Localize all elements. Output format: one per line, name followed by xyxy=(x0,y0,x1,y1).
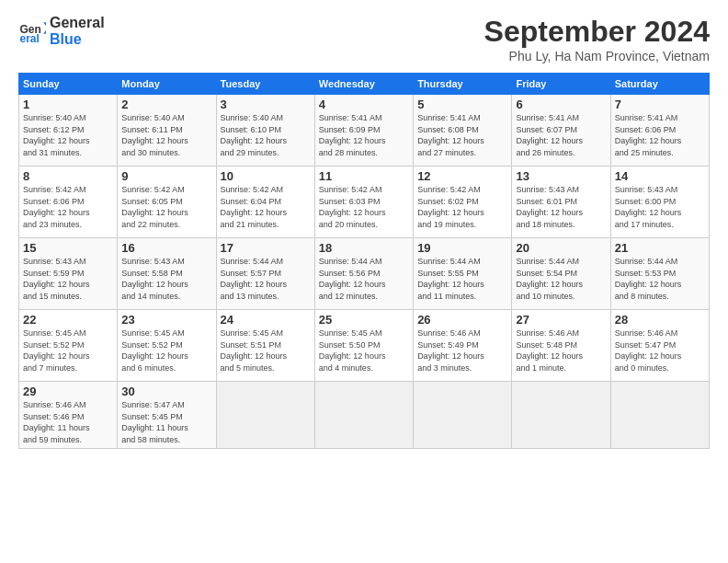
day-number: 29 xyxy=(23,385,113,398)
calendar-table: SundayMondayTuesdayWednesdayThursdayFrid… xyxy=(18,73,710,449)
calendar-cell xyxy=(610,382,709,449)
calendar-cell xyxy=(314,382,413,449)
calendar-cell: 10Sunrise: 5:42 AM Sunset: 6:04 PM Dayli… xyxy=(216,167,314,238)
svg-marker-2 xyxy=(43,22,46,34)
day-number: 5 xyxy=(417,98,507,111)
day-number: 15 xyxy=(23,241,113,255)
page-header: Gen eral General Blue September 2024 Phu… xyxy=(18,15,710,63)
calendar-cell: 20Sunrise: 5:44 AM Sunset: 5:54 PM Dayli… xyxy=(512,238,610,310)
calendar-header-row: SundayMondayTuesdayWednesdayThursdayFrid… xyxy=(19,74,710,95)
day-info: Sunrise: 5:43 AM Sunset: 5:58 PM Dayligh… xyxy=(121,256,211,302)
day-number: 27 xyxy=(516,313,606,327)
calendar-cell: 6Sunrise: 5:41 AM Sunset: 6:07 PM Daylig… xyxy=(512,95,610,167)
day-info: Sunrise: 5:45 AM Sunset: 5:52 PM Dayligh… xyxy=(121,327,211,373)
calendar-cell: 23Sunrise: 5:45 AM Sunset: 5:52 PM Dayli… xyxy=(118,310,216,382)
col-header-monday: Monday xyxy=(118,74,216,95)
svg-text:eral: eral xyxy=(20,32,40,45)
day-number: 25 xyxy=(319,313,409,327)
col-header-wednesday: Wednesday xyxy=(314,74,413,95)
day-number: 6 xyxy=(516,98,606,111)
calendar-cell: 22Sunrise: 5:45 AM Sunset: 5:52 PM Dayli… xyxy=(19,310,118,382)
day-number: 13 xyxy=(516,169,606,183)
day-number: 28 xyxy=(615,313,705,327)
calendar-cell: 27Sunrise: 5:46 AM Sunset: 5:48 PM Dayli… xyxy=(512,310,610,382)
calendar-week-row: 22Sunrise: 5:45 AM Sunset: 5:52 PM Dayli… xyxy=(19,310,710,382)
day-number: 14 xyxy=(615,169,705,183)
day-number: 9 xyxy=(121,169,211,183)
day-number: 8 xyxy=(23,169,113,183)
day-info: Sunrise: 5:47 AM Sunset: 5:45 PM Dayligh… xyxy=(121,399,211,445)
calendar-cell: 1Sunrise: 5:40 AM Sunset: 6:12 PM Daylig… xyxy=(19,95,118,167)
day-info: Sunrise: 5:44 AM Sunset: 5:53 PM Dayligh… xyxy=(615,256,705,302)
calendar-cell: 24Sunrise: 5:45 AM Sunset: 5:51 PM Dayli… xyxy=(216,310,314,382)
calendar-cell: 9Sunrise: 5:42 AM Sunset: 6:05 PM Daylig… xyxy=(118,167,216,238)
calendar-cell xyxy=(216,382,314,449)
day-info: Sunrise: 5:46 AM Sunset: 5:47 PM Dayligh… xyxy=(615,327,705,373)
logo: Gen eral General Blue xyxy=(18,15,105,47)
calendar-cell: 16Sunrise: 5:43 AM Sunset: 5:58 PM Dayli… xyxy=(118,238,216,310)
calendar-week-row: 15Sunrise: 5:43 AM Sunset: 5:59 PM Dayli… xyxy=(19,238,710,310)
day-info: Sunrise: 5:46 AM Sunset: 5:48 PM Dayligh… xyxy=(516,327,606,373)
day-info: Sunrise: 5:42 AM Sunset: 6:06 PM Dayligh… xyxy=(23,184,113,230)
calendar-cell xyxy=(512,382,610,449)
calendar-cell: 8Sunrise: 5:42 AM Sunset: 6:06 PM Daylig… xyxy=(19,167,118,238)
calendar-cell: 17Sunrise: 5:44 AM Sunset: 5:57 PM Dayli… xyxy=(216,238,314,310)
calendar-week-row: 1Sunrise: 5:40 AM Sunset: 6:12 PM Daylig… xyxy=(19,95,710,167)
calendar-cell: 26Sunrise: 5:46 AM Sunset: 5:49 PM Dayli… xyxy=(414,310,512,382)
col-header-tuesday: Tuesday xyxy=(216,74,314,95)
calendar-cell: 30Sunrise: 5:47 AM Sunset: 5:45 PM Dayli… xyxy=(118,382,216,449)
day-info: Sunrise: 5:43 AM Sunset: 5:59 PM Dayligh… xyxy=(23,256,113,302)
day-number: 2 xyxy=(121,98,211,111)
calendar-cell: 12Sunrise: 5:42 AM Sunset: 6:02 PM Dayli… xyxy=(414,167,512,238)
day-number: 17 xyxy=(221,241,311,255)
day-info: Sunrise: 5:45 AM Sunset: 5:51 PM Dayligh… xyxy=(221,327,311,373)
calendar-cell: 29Sunrise: 5:46 AM Sunset: 5:46 PM Dayli… xyxy=(19,382,118,449)
calendar-week-row: 8Sunrise: 5:42 AM Sunset: 6:06 PM Daylig… xyxy=(19,167,710,238)
calendar-cell: 28Sunrise: 5:46 AM Sunset: 5:47 PM Dayli… xyxy=(610,310,709,382)
title-block: September 2024 Phu Ly, Ha Nam Province, … xyxy=(484,15,710,63)
col-header-friday: Friday xyxy=(512,74,610,95)
day-info: Sunrise: 5:41 AM Sunset: 6:08 PM Dayligh… xyxy=(417,112,507,158)
calendar-cell xyxy=(414,382,512,449)
calendar-cell: 7Sunrise: 5:41 AM Sunset: 6:06 PM Daylig… xyxy=(610,95,709,167)
col-header-saturday: Saturday xyxy=(610,74,709,95)
day-info: Sunrise: 5:43 AM Sunset: 6:00 PM Dayligh… xyxy=(615,184,705,230)
day-info: Sunrise: 5:41 AM Sunset: 6:06 PM Dayligh… xyxy=(615,112,705,158)
calendar-cell: 18Sunrise: 5:44 AM Sunset: 5:56 PM Dayli… xyxy=(314,238,413,310)
day-number: 26 xyxy=(417,313,507,327)
logo-text-line2: Blue xyxy=(50,31,105,48)
calendar-cell: 25Sunrise: 5:45 AM Sunset: 5:50 PM Dayli… xyxy=(314,310,413,382)
day-number: 23 xyxy=(121,313,211,327)
logo-icon: Gen eral xyxy=(18,17,46,45)
calendar-cell: 2Sunrise: 5:40 AM Sunset: 6:11 PM Daylig… xyxy=(118,95,216,167)
calendar-cell: 13Sunrise: 5:43 AM Sunset: 6:01 PM Dayli… xyxy=(512,167,610,238)
day-info: Sunrise: 5:45 AM Sunset: 5:50 PM Dayligh… xyxy=(319,327,409,373)
day-info: Sunrise: 5:42 AM Sunset: 6:05 PM Dayligh… xyxy=(121,184,211,230)
col-header-thursday: Thursday xyxy=(414,74,512,95)
calendar-week-row: 29Sunrise: 5:46 AM Sunset: 5:46 PM Dayli… xyxy=(19,382,710,449)
day-info: Sunrise: 5:45 AM Sunset: 5:52 PM Dayligh… xyxy=(23,327,113,373)
day-info: Sunrise: 5:40 AM Sunset: 6:11 PM Dayligh… xyxy=(121,112,211,158)
calendar-cell: 5Sunrise: 5:41 AM Sunset: 6:08 PM Daylig… xyxy=(414,95,512,167)
day-number: 18 xyxy=(319,241,409,255)
day-info: Sunrise: 5:42 AM Sunset: 6:04 PM Dayligh… xyxy=(221,184,311,230)
day-number: 22 xyxy=(23,313,113,327)
day-info: Sunrise: 5:44 AM Sunset: 5:57 PM Dayligh… xyxy=(221,256,311,302)
day-number: 12 xyxy=(417,169,507,183)
day-number: 4 xyxy=(319,98,409,111)
logo-text-line1: General xyxy=(50,15,105,31)
day-info: Sunrise: 5:44 AM Sunset: 5:56 PM Dayligh… xyxy=(319,256,409,302)
calendar-cell: 19Sunrise: 5:44 AM Sunset: 5:55 PM Dayli… xyxy=(414,238,512,310)
day-info: Sunrise: 5:41 AM Sunset: 6:07 PM Dayligh… xyxy=(516,112,606,158)
day-number: 3 xyxy=(221,98,311,111)
day-number: 7 xyxy=(615,98,705,111)
day-number: 21 xyxy=(615,241,705,255)
calendar-cell: 3Sunrise: 5:40 AM Sunset: 6:10 PM Daylig… xyxy=(216,95,314,167)
day-number: 24 xyxy=(221,313,311,327)
day-info: Sunrise: 5:46 AM Sunset: 5:46 PM Dayligh… xyxy=(23,399,113,445)
day-info: Sunrise: 5:40 AM Sunset: 6:12 PM Dayligh… xyxy=(23,112,113,158)
col-header-sunday: Sunday xyxy=(19,74,118,95)
calendar-cell: 15Sunrise: 5:43 AM Sunset: 5:59 PM Dayli… xyxy=(19,238,118,310)
day-info: Sunrise: 5:41 AM Sunset: 6:09 PM Dayligh… xyxy=(319,112,409,158)
day-info: Sunrise: 5:42 AM Sunset: 6:02 PM Dayligh… xyxy=(417,184,507,230)
